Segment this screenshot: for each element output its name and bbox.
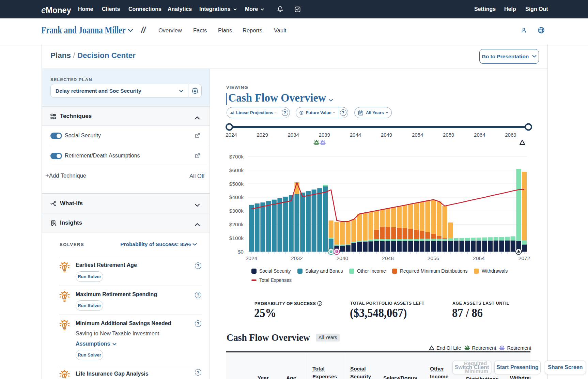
svg-text:2072: 2072 [519, 255, 530, 261]
svg-text:2054: 2054 [412, 132, 423, 138]
svg-text:2049: 2049 [381, 132, 392, 138]
svg-text:2064: 2064 [473, 255, 485, 261]
svg-text:$400k: $400k [229, 194, 244, 200]
svg-text:2034: 2034 [288, 132, 299, 138]
svg-text:2069: 2069 [505, 132, 516, 138]
svg-text:$700k: $700k [229, 154, 244, 160]
svg-text:2044: 2044 [350, 132, 361, 138]
svg-text:2024: 2024 [246, 255, 258, 261]
svg-text:$200k: $200k [229, 222, 244, 227]
svg-text:2059: 2059 [443, 132, 454, 138]
svg-text:$: $ [301, 111, 302, 114]
svg-text:2024: 2024 [226, 132, 237, 138]
svg-text:$100k: $100k [229, 235, 244, 241]
svg-text:?: ? [319, 302, 321, 305]
svg-text:2048: 2048 [382, 255, 393, 261]
svg-text:2056: 2056 [428, 255, 439, 261]
svg-text:$300k: $300k [229, 208, 244, 214]
svg-text:$0: $0 [238, 249, 244, 255]
svg-text:$600k: $600k [229, 167, 244, 173]
svg-text:2040: 2040 [337, 255, 349, 261]
svg-text:2032: 2032 [291, 255, 303, 261]
svg-text:2039: 2039 [319, 132, 330, 138]
svg-text:2064: 2064 [474, 132, 485, 138]
svg-text:$500k: $500k [229, 181, 244, 187]
svg-text:2029: 2029 [257, 132, 268, 138]
